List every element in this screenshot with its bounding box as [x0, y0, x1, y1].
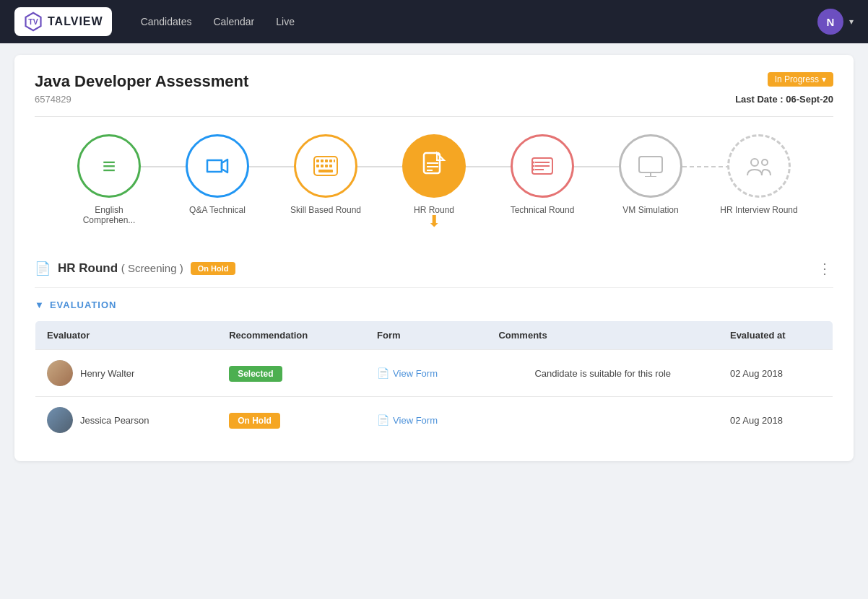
section-menu-button[interactable]: ⋮ — [817, 260, 833, 277]
step-circle-technical[interactable] — [511, 134, 574, 198]
svg-rect-26 — [639, 157, 662, 172]
svg-rect-10 — [316, 165, 319, 167]
form-cell-henry: 📄 View Form — [365, 350, 487, 397]
status-badge-label: In Progress — [775, 74, 819, 84]
user-dropdown-icon[interactable]: ▾ — [849, 17, 854, 27]
step-circle-english[interactable]: ≡ — [77, 134, 141, 198]
camera-icon — [206, 154, 229, 178]
step-circle-qa[interactable] — [186, 134, 249, 198]
step-label-skill: Skill Based Round — [290, 205, 361, 215]
comments-henry: Candidate is suitable for this role — [487, 350, 719, 397]
last-date-year: 20 — [823, 94, 833, 105]
recommendation-henry: Selected — [217, 350, 365, 397]
page-header: Java Developer Assessment In Progress ▾ — [35, 72, 833, 91]
evaluator-name-jessica: Jessica Pearson — [80, 415, 149, 426]
section-subtitle: ( Screening ) — [121, 262, 183, 274]
nav-calendar[interactable]: Calendar — [213, 16, 254, 27]
avatar-img-henry — [47, 360, 73, 386]
form-icon-henry: 📄 — [377, 367, 389, 379]
step-label-qa: Q&A Technical — [189, 205, 246, 215]
avatar-henry — [47, 360, 73, 386]
evaluated-at-jessica: 02 Aug 2018 — [719, 397, 833, 444]
pipeline-step-qa: Q&A Technical — [163, 134, 272, 215]
pipeline-step-technical: Technical Round — [488, 134, 596, 215]
status-badge-dropdown-icon: ▾ — [822, 74, 826, 84]
nav-right: N ▾ — [817, 9, 854, 35]
svg-rect-5 — [316, 159, 319, 162]
view-form-label-jessica: View Form — [393, 415, 438, 426]
user-avatar[interactable]: N — [817, 9, 843, 35]
evaluator-cell-jessica: Jessica Pearson — [35, 397, 218, 444]
eval-title: EVALUATION — [50, 300, 117, 310]
svg-rect-8 — [329, 159, 332, 162]
pipeline-step-interview: HR Interview Round — [705, 134, 813, 215]
navbar: TV TALVIEW Candidates Calendar Live N ▾ — [0, 0, 868, 43]
monitor-icon — [638, 155, 664, 177]
evaluator-name-henry: Henry Walter — [80, 368, 134, 379]
step-circle-skill[interactable] — [294, 134, 357, 198]
assessment-id: 6574829 — [35, 94, 71, 105]
svg-rect-7 — [325, 159, 328, 162]
evaluator-cell-henry: Henry Walter — [35, 350, 218, 397]
section-title: HR Round ( Screening ) — [58, 261, 183, 276]
svg-rect-11 — [321, 165, 324, 167]
selected-badge: Selected — [229, 366, 282, 382]
english-icon: ≡ — [103, 154, 116, 178]
table-body: Henry Walter Selected 📄 View Form Candid… — [35, 350, 833, 444]
comments-jessica — [487, 397, 719, 444]
avatar-jessica — [47, 407, 73, 433]
nav-live[interactable]: Live — [276, 16, 295, 27]
section-title-text: HR Round — [58, 261, 118, 275]
step-label-vm: VM Simulation — [622, 205, 678, 215]
divider — [35, 116, 833, 117]
pipeline: ≡ English Comprehen... Q&A Technical — [35, 134, 833, 238]
svg-point-29 — [751, 159, 758, 166]
keyboard-icon — [313, 156, 338, 176]
page-title: Java Developer Assessment — [35, 72, 248, 91]
list-icon — [531, 156, 554, 176]
view-form-henry[interactable]: 📄 View Form — [377, 367, 475, 379]
view-form-label-henry: View Form — [393, 368, 438, 379]
table-row: Henry Walter Selected 📄 View Form Candid… — [35, 350, 833, 397]
pipeline-step-hr: HR Round ⬇ — [380, 134, 488, 238]
evaluation-table: Evaluator Recommendation Form Comments E… — [35, 320, 833, 444]
section-doc-icon: 📄 — [35, 261, 51, 276]
step-label-english: English Comprehen... — [69, 205, 149, 225]
page-subheader: 6574829 Last Date : 06-Sept-20 — [35, 94, 833, 105]
svg-rect-12 — [325, 165, 328, 167]
table-head: Evaluator Recommendation Form Comments E… — [35, 321, 833, 350]
col-comments: Comments — [487, 321, 719, 350]
svg-point-24 — [533, 165, 535, 167]
col-evaluator: Evaluator — [35, 321, 218, 350]
step-circle-interview[interactable] — [727, 134, 791, 198]
step-circle-vm[interactable] — [619, 134, 682, 198]
view-form-jessica[interactable]: 📄 View Form — [377, 414, 475, 426]
group-icon — [746, 155, 772, 177]
svg-marker-2 — [207, 160, 222, 172]
svg-point-30 — [762, 159, 768, 165]
onhold-badge: On Hold — [229, 413, 280, 429]
logo-icon: TV — [23, 12, 43, 32]
pipeline-step-english: ≡ English Comprehen... — [55, 134, 163, 225]
step-label-interview: HR Interview Round — [720, 205, 797, 215]
step-circle-hr[interactable] — [402, 134, 466, 198]
col-evaluated-at: Evaluated at — [719, 321, 833, 350]
evaluated-at-henry: 02 Aug 2018 — [719, 350, 833, 397]
nav-candidates[interactable]: Candidates — [141, 16, 192, 27]
nav-links: Candidates Calendar Live — [141, 16, 295, 27]
pipeline-step-vm: VM Simulation — [596, 134, 705, 215]
col-recommendation: Recommendation — [217, 321, 365, 350]
logo: TV TALVIEW — [14, 7, 112, 36]
avatar-img-jessica — [47, 407, 73, 433]
pipeline-step-skill: Skill Based Round — [272, 134, 380, 215]
svg-point-23 — [533, 162, 535, 164]
eval-toggle-icon[interactable]: ▼ — [35, 300, 44, 310]
table-header-row: Evaluator Recommendation Form Comments E… — [35, 321, 833, 350]
table-row: Jessica Pearson On Hold 📄 View Form 02 A… — [35, 397, 833, 444]
evaluation-header: ▼ EVALUATION — [35, 300, 833, 310]
last-date-label: Last Date : — [735, 94, 783, 105]
svg-rect-9 — [334, 159, 335, 162]
svg-rect-6 — [321, 159, 324, 162]
svg-rect-13 — [329, 165, 332, 167]
status-badge[interactable]: In Progress ▾ — [768, 72, 833, 87]
